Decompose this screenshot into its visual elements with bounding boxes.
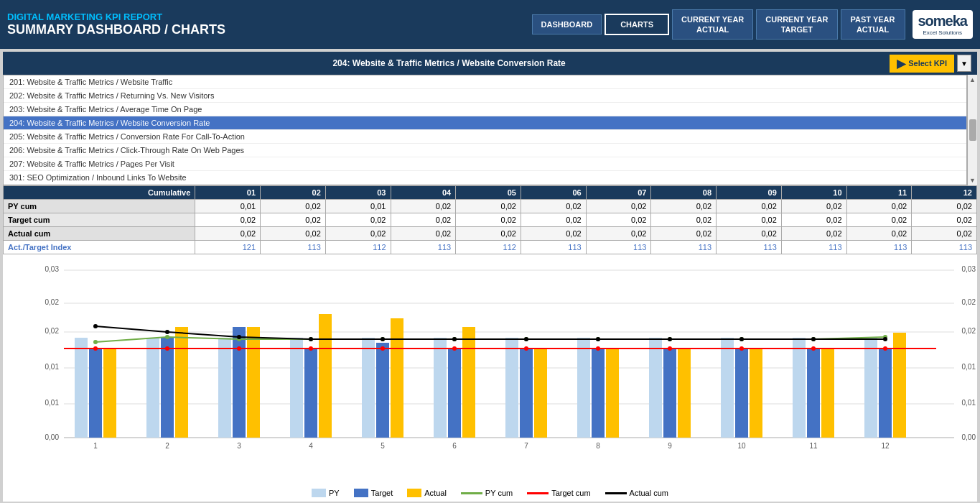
- svg-text:0,01: 0,01: [962, 399, 976, 407]
- legend-color-actual-cum: [605, 492, 627, 494]
- svg-rect-44: [750, 349, 762, 438]
- svg-rect-33: [505, 338, 518, 438]
- svg-point-80: [452, 346, 457, 351]
- legend-color-py-cum: [461, 492, 482, 494]
- svg-rect-35: [534, 349, 547, 438]
- svg-point-88: [165, 330, 169, 334]
- svg-rect-34: [520, 349, 533, 438]
- svg-rect-22: [233, 327, 246, 438]
- table-row-act-target-index: Act./Target Index 121113112113112113 113…: [4, 241, 977, 254]
- svg-point-91: [381, 337, 385, 341]
- chart-area: 0,03 0,02 0,02 0,01 0,01 0,00 0,03 0,02 …: [3, 254, 977, 484]
- bar-target-1: [89, 349, 102, 438]
- legend-py-cum: PY cum: [461, 489, 513, 497]
- svg-text:0,00: 0,00: [45, 433, 60, 441]
- app-title: DIGITAL MARKETING KPI REPORT: [7, 11, 532, 22]
- svg-text:0,02: 0,02: [45, 298, 60, 306]
- svg-point-64: [165, 335, 169, 339]
- logo-sub: Excel Solutions: [923, 29, 962, 36]
- bar-py-1: [75, 338, 88, 438]
- header-nav: DASHBOARD CHARTS CURRENT YEARACTUAL CURR…: [532, 9, 905, 40]
- svg-rect-30: [434, 338, 447, 438]
- svg-rect-37: [592, 349, 605, 438]
- svg-text:0,01: 0,01: [45, 399, 60, 407]
- svg-text:0,01: 0,01: [45, 363, 60, 371]
- kpi-item-204[interactable]: 204: Website & Traffic Metrics / Website…: [4, 116, 966, 130]
- legend-label-py: PY: [329, 489, 340, 497]
- kpi-item-202[interactable]: 202: Website & Traffic Metrics / Returni…: [4, 89, 966, 103]
- data-table: Cumulative 01 02 03 04 05 06 07 08 09 10…: [3, 185, 977, 254]
- kpi-selected-label: 204: Website & Traffic Metrics / Website…: [9, 58, 890, 68]
- svg-rect-24: [290, 338, 303, 438]
- svg-point-81: [524, 346, 528, 351]
- legend-actual-cum: Actual cum: [605, 489, 668, 497]
- col-header-07: 07: [586, 186, 651, 200]
- logo-text: someka: [918, 13, 968, 29]
- legend-label-target: Target: [371, 489, 393, 497]
- svg-rect-40: [663, 349, 676, 438]
- svg-text:5: 5: [381, 442, 385, 450]
- svg-rect-39: [649, 338, 662, 438]
- svg-point-78: [309, 346, 313, 351]
- scrollbar-right[interactable]: ▲ ▼: [967, 75, 977, 185]
- svg-point-90: [309, 337, 313, 341]
- legend-color-py: [312, 489, 326, 497]
- svg-rect-47: [821, 349, 834, 438]
- kpi-list: 201: Website & Traffic Metrics / Website…: [3, 75, 967, 185]
- svg-text:0,03: 0,03: [45, 265, 60, 273]
- nav-dashboard[interactable]: DASHBOARD: [532, 14, 602, 34]
- svg-rect-46: [807, 349, 820, 438]
- line-actual-cum: [95, 326, 885, 339]
- svg-text:0,00: 0,00: [962, 433, 976, 441]
- svg-point-95: [668, 337, 672, 341]
- svg-point-85: [811, 346, 816, 351]
- svg-rect-42: [721, 338, 734, 438]
- logo: someka Excel Solutions: [913, 10, 974, 39]
- svg-rect-21: [218, 338, 231, 438]
- legend-label-actual-cum: Actual cum: [630, 489, 668, 497]
- svg-point-63: [93, 340, 98, 344]
- svg-rect-19: [161, 338, 174, 438]
- kpi-selector-row: 204: Website & Traffic Metrics / Website…: [3, 52, 977, 75]
- kpi-item-201[interactable]: 201: Website & Traffic Metrics / Website…: [4, 75, 966, 89]
- kpi-item-206[interactable]: 206: Website & Traffic Metrics / Click-T…: [4, 144, 966, 157]
- svg-point-98: [883, 337, 887, 341]
- svg-rect-25: [304, 349, 317, 438]
- table-row-py-cum: PY cum 0,010,020,010,020,020,02 0,020,02…: [4, 200, 977, 213]
- svg-point-76: [165, 346, 169, 351]
- svg-rect-43: [735, 349, 748, 438]
- legend-color-target: [354, 489, 368, 497]
- col-header-03: 03: [325, 186, 391, 200]
- svg-rect-29: [391, 318, 403, 438]
- legend-target-cum: Target cum: [527, 489, 590, 497]
- svg-point-86: [883, 346, 887, 351]
- svg-rect-45: [793, 338, 806, 438]
- svg-point-96: [739, 337, 744, 341]
- select-kpi-button[interactable]: ▶ Select KPI: [890, 55, 954, 73]
- svg-point-77: [237, 346, 241, 351]
- table-row-actual-cum: Actual cum 0,020,020,020,020,020,02 0,02…: [4, 227, 977, 241]
- svg-point-79: [381, 346, 385, 351]
- bar-actual-1: [103, 349, 116, 438]
- svg-text:2: 2: [165, 442, 169, 450]
- col-header-09: 09: [717, 186, 782, 200]
- dropdown-arrow-icon[interactable]: ▼: [957, 55, 971, 72]
- kpi-item-207[interactable]: 207: Website & Traffic Metrics / Pages P…: [4, 157, 966, 171]
- kpi-item-205[interactable]: 205: Website & Traffic Metrics / Convers…: [4, 130, 966, 144]
- col-header-12: 12: [912, 186, 977, 200]
- svg-rect-28: [376, 343, 389, 438]
- svg-text:0,02: 0,02: [45, 327, 60, 335]
- svg-point-83: [668, 346, 672, 351]
- nav-charts[interactable]: CHARTS: [605, 14, 669, 35]
- nav-py-actual[interactable]: PAST YEARACTUAL: [841, 9, 905, 40]
- svg-text:4: 4: [309, 442, 313, 450]
- kpi-item-301[interactable]: 301: SEO Optimization / Inbound Links To…: [4, 171, 966, 185]
- svg-text:11: 11: [809, 442, 818, 450]
- col-header-01: 01: [195, 186, 261, 200]
- svg-point-75: [93, 346, 98, 351]
- svg-point-93: [524, 337, 528, 341]
- nav-cy-actual[interactable]: CURRENT YEARACTUAL: [672, 9, 753, 40]
- nav-cy-target[interactable]: CURRENT YEARTARGET: [756, 9, 837, 40]
- kpi-item-203[interactable]: 203: Website & Traffic Metrics / Average…: [4, 103, 966, 116]
- legend-label-actual: Actual: [424, 489, 447, 497]
